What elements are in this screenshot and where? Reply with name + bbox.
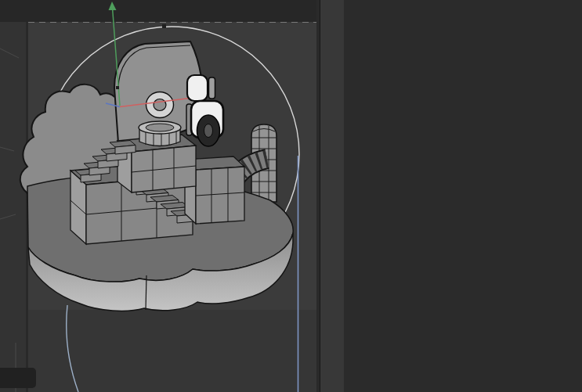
coil-torus[interactable]: [146, 92, 174, 118]
pedestal-cylinder[interactable]: [139, 121, 181, 146]
tire-torus[interactable]: [197, 115, 220, 146]
viewport-top-strip: [0, 0, 316, 22]
axis-point: [116, 86, 119, 89]
side-viewport-panel[interactable]: [0, 22, 26, 392]
context-menu: [320, 0, 582, 392]
ground-shade: [0, 310, 316, 392]
viewport-3d[interactable]: [0, 0, 316, 392]
viewport-canvas[interactable]: [0, 0, 316, 392]
unit-label: [0, 368, 36, 388]
cinema4d-window: [0, 0, 582, 392]
spline-vertex-point[interactable]: [162, 24, 166, 28]
